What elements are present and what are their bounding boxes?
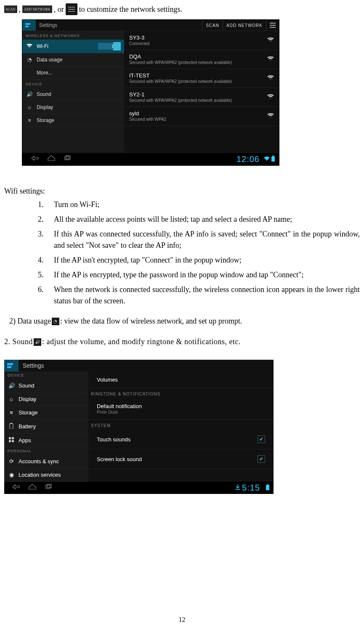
step-6: When the network is connected successful… [54,284,360,307]
default-notification-row[interactable]: Default notification Pixie Dust [88,398,274,420]
svg-rect-6 [270,25,276,26]
wifi-network-row[interactable]: SY3-3 Connected [124,31,279,50]
more-label: More... [37,70,120,76]
wifi-networks-list: SY3-3 Connected DQA Secured with WPA/WPA… [124,31,279,152]
settings-title: Settings [23,362,44,369]
overflow-menu-button[interactable] [266,20,279,31]
touch-sounds-checkbox[interactable]: ✔ [258,435,265,443]
battery-tray-icon [266,483,274,492]
sidebar-item-data-usage[interactable]: ◔ Data usage [22,53,124,66]
sidebar-item-location[interactable]: ◉ Location services [4,468,88,482]
scan-button[interactable]: SCAN [202,20,223,31]
svg-rect-10 [272,156,274,157]
status-clock: 5:15 [242,483,266,493]
volumes-row[interactable]: Volumes [88,372,274,388]
location-icon: ◉ [8,472,14,478]
svg-rect-8 [65,157,69,160]
screen-lock-sound-row[interactable]: Screen lock sound ✔ [88,449,274,469]
step-2: All the available access points will be … [54,214,292,225]
sidebar-item-storage[interactable]: ≡ Storage [4,406,88,419]
default-notification-label: Default notification [97,403,265,409]
storage-label: Storage [37,117,120,123]
step-3: If this AP was connected successfully, t… [54,228,360,251]
device-header: DEVICE [22,80,124,88]
menu-icon-image [66,3,77,15]
sound-text: : adjust the volume, and modify ringtone… [42,337,241,346]
back-icon[interactable] [31,155,39,163]
scan-button-image: SCAN [4,5,17,13]
nav-bar: 5:15 [4,481,274,494]
wifi-network-row[interactable]: syld Secured with WPA2 [124,107,279,126]
svg-rect-19 [12,440,14,442]
svg-rect-23 [266,485,269,490]
wifi-network-row[interactable]: IT-TEST Secured with WPA/WPA2 (protected… [124,69,279,88]
sidebar-item-battery[interactable]: Battery [4,419,88,434]
recent-apps-icon[interactable] [64,155,71,163]
wifi-desc: Secured with WPA/WPA2 (protected network… [129,98,239,103]
step-5: If the AP is encrypted, type the passwor… [54,269,303,281]
touch-sounds-label: Touch sounds [97,436,130,443]
wifi-toggle[interactable]: ON [98,43,120,50]
screen-lock-sound-checkbox[interactable]: ✔ [258,455,265,463]
sound-inline-icon: 🔊 [34,338,41,346]
svg-rect-5 [270,23,276,24]
wifi-settings-screenshot: Settings SCAN ADD NETWORK WIRELESS & NET… [22,19,279,166]
wifi-steps-list: 1.Turn on Wi-Fi; 2.All the available acc… [4,199,360,307]
wifi-signal-lock-icon [267,56,274,63]
wifi-desc: Secured with WPA/WPA2 (protected network… [129,79,239,84]
sidebar-item-apps[interactable]: Apps [4,434,88,447]
nav-bar: 12:06 [22,152,279,165]
sidebar-item-accounts-sync[interactable]: ⟳ Accounts & sync [4,455,88,468]
svg-rect-12 [7,363,13,365]
sidebar-item-wifi[interactable]: Wi-Fi ON [22,40,124,53]
wireless-networks-header: WIRELESS & NETWORKS [22,31,124,40]
display-label: Display [37,104,120,110]
screen-lock-sound-label: Screen lock sound [97,456,142,462]
settings-header-icon [22,20,36,31]
sound-icon: 🔊 [8,382,14,389]
status-clock: 12:06 [236,154,263,164]
location-label: Location services [19,472,61,478]
step-1: Turn on Wi-Fi; [54,199,99,210]
volumes-label: Volumes [97,377,265,383]
svg-rect-16 [9,437,11,439]
system-header: SYSTEM [88,420,274,430]
svg-rect-11 [271,157,275,162]
home-icon[interactable] [48,155,55,163]
settings-sidebar: DEVICE 🔊 Sound ☼ Display ≡ Storage [4,372,88,481]
back-icon[interactable] [12,484,20,491]
intro-comma1: , [19,5,21,14]
sidebar-item-storage[interactable]: ≡ Storage [22,114,124,127]
wifi-signal-lock-icon [267,94,274,101]
wifi-network-row[interactable]: SY2-1 Secured with WPA/WPA2 (protected n… [124,88,279,107]
wifi-ssid: SY3-3 [129,35,263,41]
sidebar-item-sound[interactable]: 🔊 Sound [4,379,88,393]
storage-icon: ≡ [27,117,32,123]
data-usage-prefix: 2) Data usage [9,317,51,326]
home-icon[interactable] [29,484,36,491]
battery-icon [8,423,14,430]
recent-apps-icon[interactable] [45,484,52,491]
svg-rect-2 [68,11,75,12]
sidebar-item-display[interactable]: ☼ Display [22,101,124,114]
svg-rect-15 [10,424,13,429]
data-usage-inline-icon: ◔ [52,318,59,325]
wifi-icon [27,43,32,49]
wifi-network-row[interactable]: DQA Secured with WPA/WPA2 (protected net… [124,50,279,69]
page-number: 12 [0,616,364,624]
wifi-signal-lock-icon [267,113,274,119]
sound-label: Sound [37,91,120,97]
sound-icon: 🔊 [27,91,32,97]
sidebar-item-sound[interactable]: 🔊 Sound [22,88,124,101]
svg-rect-0 [68,7,75,8]
sound-settings-screenshot: Settings DEVICE 🔊 Sound ☼ Display ≡ Stor… [4,360,274,494]
wifi-desc: Connected [129,41,239,46]
sidebar-item-more[interactable]: More... [22,66,124,80]
settings-header-icon [4,360,19,372]
wifi-ssid: IT-TEST [129,72,263,79]
add-network-button[interactable]: ADD NETWORK [223,20,266,31]
touch-sounds-row[interactable]: Touch sounds ✔ [88,430,274,449]
intro-rest: to customize the network settings. [79,5,182,14]
wifi-settings-heading: Wifi settings: [4,187,360,196]
sidebar-item-display[interactable]: ☼ Display [4,393,88,406]
